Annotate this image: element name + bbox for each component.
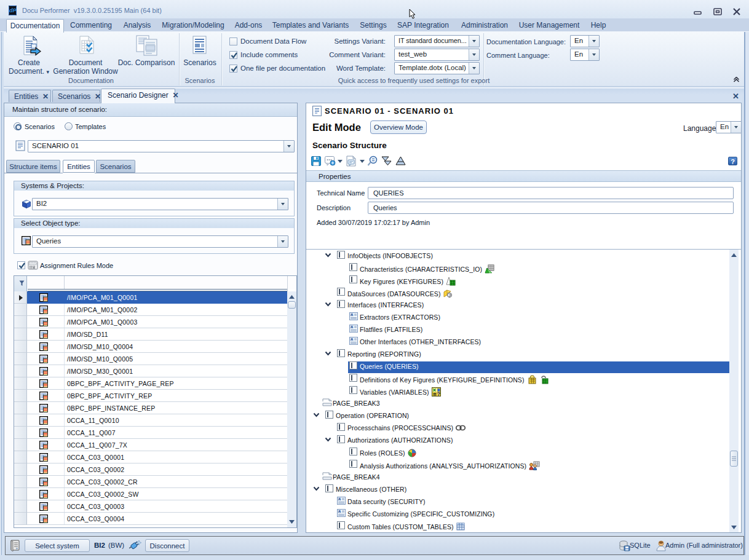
svg-text:A: A bbox=[351, 313, 354, 317]
svg-text:dP: dP bbox=[9, 7, 17, 14]
svg-text:A: A bbox=[351, 325, 354, 329]
svg-text:A: A bbox=[338, 510, 341, 513]
svg-text:?: ? bbox=[437, 391, 440, 396]
svg-text:A: A bbox=[351, 337, 354, 341]
svg-text:A: A bbox=[338, 497, 341, 501]
